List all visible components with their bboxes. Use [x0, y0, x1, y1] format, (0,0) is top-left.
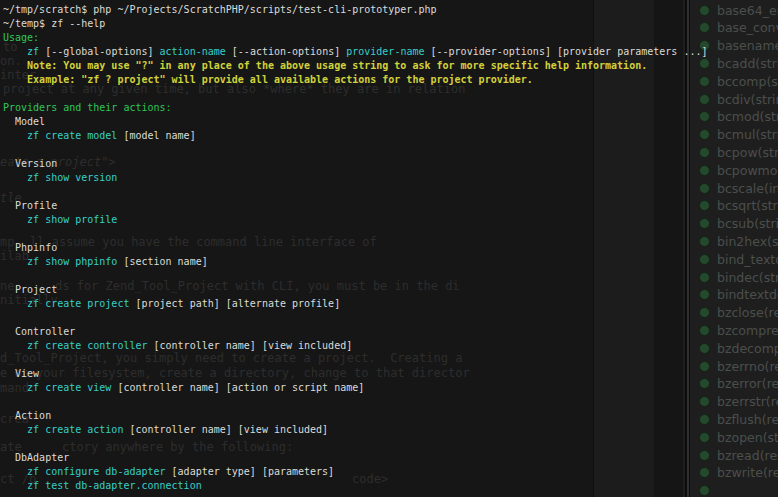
- terminal-text-segment: action-name: [160, 46, 226, 57]
- terminal-line: ~/tmp/scratch$ php ~/Projects/ScratchPHP…: [3, 3, 763, 17]
- terminal-line: zf show profile: [3, 213, 763, 227]
- terminal-line: zf create action [controller name] [view…: [3, 423, 763, 437]
- terminal-line: [3, 227, 763, 241]
- terminal-line: DbAdapter: [3, 451, 763, 465]
- terminal-text-segment: [model name]: [117, 130, 195, 141]
- terminal-line: zf show phpinfo [section name]: [3, 255, 763, 269]
- terminal-text-segment: Profile: [3, 200, 57, 211]
- terminal-text-segment: zf: [27, 46, 39, 57]
- terminal-text-segment: [section name]: [117, 256, 207, 267]
- terminal-text-segment: Usage:: [3, 32, 39, 43]
- terminal-line: Controller: [3, 325, 763, 339]
- terminal-line: Project: [3, 283, 763, 297]
- terminal-line: Providers and their actions:: [3, 101, 763, 115]
- terminal-text-segment: zf create controller: [3, 340, 148, 351]
- terminal-text-segment: zf test db-adapter.connection: [3, 480, 202, 491]
- terminal-text-segment: [adapter type] [parameters]: [166, 466, 335, 477]
- terminal-text-segment: zf create model: [3, 130, 117, 141]
- terminal-line: zf create view [controller name] [action…: [3, 381, 763, 395]
- terminal-line: [3, 353, 763, 367]
- terminal-line: zf show version: [3, 171, 763, 185]
- terminal-line: View: [3, 367, 763, 381]
- terminal-text-segment: zf show phpinfo: [3, 256, 117, 267]
- terminal-line: [3, 87, 763, 101]
- terminal-line: Version: [3, 157, 763, 171]
- terminal-line: Note: You may use "?" in any place of th…: [3, 59, 763, 73]
- terminal-text-segment: zf show profile: [3, 214, 117, 225]
- terminal-line: zf create project [project path] [altern…: [3, 297, 763, 311]
- terminal-text-segment: ~/temp$ zf --help: [3, 18, 105, 29]
- terminal-text-segment: [--action-options]: [226, 46, 346, 57]
- terminal-text-segment: Example: "zf ? project" will provide all…: [3, 74, 533, 85]
- terminal-text-segment: [--provider-options] [provider parameter…: [425, 46, 708, 57]
- terminal-line: Profile: [3, 199, 763, 213]
- terminal-line: [3, 437, 763, 451]
- terminal-line: zf create controller [controller name] […: [3, 339, 763, 353]
- terminal-text-segment: [3, 46, 27, 57]
- terminal-text-segment: Note: You may use "?" in any place of th…: [3, 60, 647, 71]
- terminal-text-segment: [controller name] [action or script name…: [111, 382, 364, 393]
- terminal-text-segment: provider-name: [346, 46, 424, 57]
- terminal-text-segment: zf create project: [3, 298, 129, 309]
- terminal-output[interactable]: ~/tmp/scratch$ php ~/Projects/ScratchPHP…: [3, 3, 763, 493]
- terminal-text-segment: zf create action: [3, 424, 123, 435]
- terminal-text-segment: [project path] [alternate profile]: [129, 298, 340, 309]
- terminal-line: [3, 143, 763, 157]
- terminal-line: Phpinfo: [3, 241, 763, 255]
- terminal-text-segment: [controller name] [view included]: [123, 424, 328, 435]
- terminal-line: Action: [3, 409, 763, 423]
- terminal-text-segment: Model: [3, 116, 45, 127]
- terminal-text-segment: DbAdapter: [3, 452, 69, 463]
- terminal-line: [3, 311, 763, 325]
- terminal-text-segment: Version: [3, 158, 57, 169]
- terminal-text-segment: Project: [3, 284, 57, 295]
- terminal-text-segment: Controller: [3, 326, 75, 337]
- terminal-text-segment: Phpinfo: [3, 242, 57, 253]
- screen: toon.interproject at any given time, but…: [0, 0, 778, 497]
- terminal-text-segment: zf show version: [3, 172, 117, 183]
- terminal-text-segment: [controller name] [view included]: [148, 340, 353, 351]
- terminal-line: zf configure db-adapter [adapter type] […: [3, 465, 763, 479]
- terminal-line: [3, 395, 763, 409]
- terminal-line: Usage:: [3, 31, 763, 45]
- terminal-text-segment: ~/tmp/scratch$ php ~/Projects/ScratchPHP…: [3, 4, 436, 15]
- terminal-text-segment: View: [3, 368, 39, 379]
- terminal-line: zf create model [model name]: [3, 129, 763, 143]
- terminal-text-segment: zf create view: [3, 382, 111, 393]
- terminal-text-segment: Action: [3, 410, 51, 421]
- terminal-line: Model: [3, 115, 763, 129]
- terminal-text-segment: [--global-options]: [39, 46, 159, 57]
- terminal-line: [3, 185, 763, 199]
- terminal-line: [3, 269, 763, 283]
- terminal-line: Example: "zf ? project" will provide all…: [3, 73, 763, 87]
- terminal-text-segment: zf configure db-adapter: [3, 466, 166, 477]
- terminal-line: zf [--global-options] action-name [--act…: [3, 45, 763, 59]
- terminal-text-segment: Providers and their actions:: [3, 102, 172, 113]
- terminal-line: zf test db-adapter.connection: [3, 479, 763, 493]
- terminal-line: ~/temp$ zf --help: [3, 17, 763, 31]
